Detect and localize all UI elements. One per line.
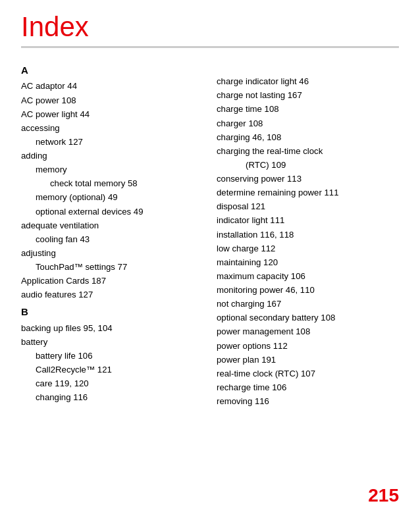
- index-entry: AC power 108: [21, 93, 203, 107]
- index-entry: optional secondary battery 108: [217, 311, 399, 324]
- page: Index AAC adaptor 44AC power 108AC power…: [0, 0, 420, 518]
- index-entry: memory (optional) 49: [21, 190, 203, 204]
- index-entry: conserving power 113: [217, 172, 399, 186]
- index-entry: adding: [21, 149, 203, 163]
- index-columns: AAC adaptor 44AC power 108AC power light…: [21, 60, 399, 408]
- index-entry: Call2Recycle™ 121: [21, 363, 203, 376]
- index-entry: adjusting: [21, 246, 203, 260]
- index-entry: removing 116: [217, 394, 399, 408]
- index-entry: recharge time 106: [217, 380, 399, 394]
- index-entry: AC power light 44: [21, 107, 203, 121]
- index-entry: Application Cards 187: [21, 274, 203, 288]
- index-entry: cooling fan 43: [21, 232, 203, 246]
- right-column: charge indicator light 46charge not last…: [217, 60, 399, 408]
- index-entry: maintaining 120: [217, 255, 399, 269]
- index-entry: charger 108: [217, 117, 399, 130]
- index-entry: installation 116, 118: [217, 228, 399, 242]
- index-entry: memory: [21, 163, 203, 176]
- page-title: Index: [21, 0, 399, 46]
- index-entry: network 127: [21, 135, 203, 149]
- index-entry: adequate ventilation: [21, 219, 203, 232]
- index-entry: charge indicator light 46: [217, 74, 399, 88]
- index-entry: AC adaptor 44: [21, 79, 203, 93]
- index-entry: indicator light 111: [217, 213, 399, 227]
- section-letter: B: [21, 304, 203, 319]
- index-entry: audio features 127: [21, 288, 203, 301]
- index-entry: power management 108: [217, 324, 399, 338]
- index-entry: determine remaining power 111: [217, 186, 399, 199]
- index-entry: charge time 108: [217, 102, 399, 116]
- index-entry: charging the real-time clock: [217, 144, 399, 158]
- divider: [21, 46, 399, 48]
- index-entry: power plan 191: [217, 353, 399, 367]
- index-entry: care 119, 120: [21, 376, 203, 390]
- index-entry: real-time clock (RTC) 107: [217, 367, 399, 380]
- index-entry: disposal 121: [217, 199, 399, 213]
- index-entry: check total memory 58: [21, 176, 203, 190]
- index-entry: backing up files 95, 104: [21, 321, 203, 335]
- index-entry: power options 112: [217, 339, 399, 353]
- index-entry: changing 116: [21, 390, 203, 404]
- index-entry: (RTC) 109: [217, 158, 399, 172]
- index-entry: accessing: [21, 121, 203, 135]
- index-entry: battery: [21, 335, 203, 349]
- index-entry: low charge 112: [217, 242, 399, 255]
- index-entry: monitoring power 46, 110: [217, 283, 399, 297]
- index-entry: maximum capacity 106: [217, 269, 399, 283]
- index-entry: TouchPad™ settings 77: [21, 260, 203, 274]
- section-letter: A: [21, 63, 203, 78]
- index-entry: not charging 167: [217, 297, 399, 311]
- index-entry: charging 46, 108: [217, 130, 399, 144]
- index-entry: battery life 106: [21, 349, 203, 363]
- index-entry: optional external devices 49: [21, 205, 203, 219]
- page-number: 215: [368, 485, 399, 506]
- index-entry: charge not lasting 167: [217, 88, 399, 102]
- left-column: AAC adaptor 44AC power 108AC power light…: [21, 60, 203, 408]
